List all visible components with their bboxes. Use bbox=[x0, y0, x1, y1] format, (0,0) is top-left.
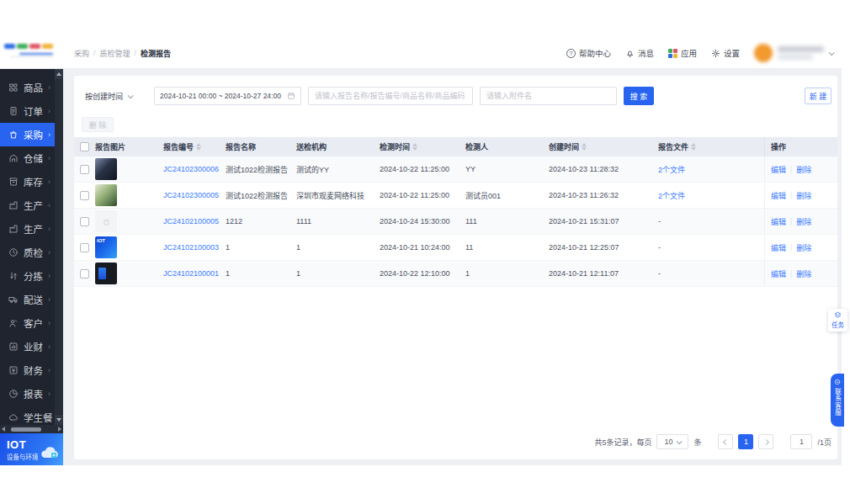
messages-button[interactable]: 消息 bbox=[625, 47, 654, 59]
search-button[interactable]: 搜 索 bbox=[624, 87, 654, 105]
select-all-checkbox[interactable] bbox=[80, 142, 89, 151]
iot-brand-panel[interactable]: IOT 设备与环境 bbox=[0, 433, 63, 465]
customer-service-floating-button[interactable]: 联系客服 bbox=[831, 374, 844, 427]
report-number-link[interactable]: JC24102100005 bbox=[163, 217, 219, 225]
scroll-up-icon[interactable] bbox=[55, 69, 63, 79]
sort-icon[interactable] bbox=[691, 143, 696, 151]
sidebar-item-production-1[interactable]: 生产 bbox=[0, 194, 55, 217]
sidebar-scrollbar[interactable] bbox=[55, 69, 63, 425]
jump-page-input[interactable]: 1 bbox=[790, 434, 812, 449]
sidebar-item-inventory[interactable]: 库存 bbox=[0, 170, 55, 194]
batch-delete-button[interactable]: 删 除 bbox=[82, 117, 114, 132]
report-table: 报告图片 报告编号 报告名称 送检机构 检测时间 检测人 创建时间 报告文件 操… bbox=[74, 137, 837, 287]
device-screen-shape bbox=[98, 268, 106, 279]
truck-icon bbox=[8, 294, 19, 305]
column-created-time[interactable]: 创建时间 bbox=[549, 141, 658, 152]
date-range-input[interactable]: 2024-10-21 00:00 ~ 2024-10-27 24:00 bbox=[154, 87, 301, 105]
layers-icon bbox=[834, 311, 842, 319]
report-image-thumbnail[interactable] bbox=[95, 184, 117, 206]
scroll-left-icon[interactable] bbox=[2, 427, 5, 432]
row-checkbox[interactable] bbox=[80, 217, 89, 226]
sidebar-item-delivery[interactable]: 配送 bbox=[0, 288, 55, 311]
sort-icon[interactable] bbox=[412, 143, 417, 151]
settings-button[interactable]: 设置 bbox=[711, 47, 740, 59]
report-image-thumbnail[interactable] bbox=[95, 158, 117, 180]
scroll-right-icon[interactable] bbox=[58, 427, 61, 432]
report-number-link[interactable]: JC24102300006 bbox=[163, 165, 219, 173]
cloud-device-icon bbox=[40, 446, 61, 461]
delete-link[interactable]: 删除 bbox=[796, 242, 811, 253]
attachment-search-input[interactable] bbox=[480, 87, 617, 105]
sidebar-item-business-finance[interactable]: 业财 bbox=[0, 335, 55, 358]
sidebar-item-label: 仓储 bbox=[24, 151, 43, 165]
row-checkbox[interactable] bbox=[80, 191, 89, 200]
report-files-value: - bbox=[658, 269, 661, 278]
row-checkbox[interactable] bbox=[80, 243, 89, 252]
edit-link[interactable]: 编辑 bbox=[771, 268, 786, 279]
table-row: JC24102100005 1212 1111 2024-10-24 15:30… bbox=[74, 209, 837, 235]
column-actions: 操作 bbox=[764, 137, 837, 157]
question-circle-icon: ? bbox=[566, 49, 576, 58]
sort-icon[interactable] bbox=[582, 143, 587, 151]
sidebar-item-customers[interactable]: 客户 bbox=[0, 311, 55, 335]
edit-link[interactable]: 编辑 bbox=[771, 190, 786, 201]
edit-link[interactable]: 编辑 bbox=[771, 242, 786, 253]
sidebar-item-finance[interactable]: 财务 bbox=[0, 358, 55, 382]
sort-icon[interactable] bbox=[196, 143, 201, 151]
person-icon bbox=[8, 318, 19, 328]
edit-link[interactable]: 编辑 bbox=[771, 216, 786, 227]
sidebar-item-orders[interactable]: 订单 bbox=[0, 99, 55, 123]
thumbnail-text: IOT bbox=[97, 238, 105, 243]
user-account-menu[interactable] bbox=[754, 44, 833, 62]
sidebar-item-reports[interactable]: 报表 bbox=[0, 382, 55, 406]
report-number-link[interactable]: JC24102300005 bbox=[163, 191, 219, 199]
report-name: 1212 bbox=[226, 217, 296, 225]
time-type-dropdown[interactable]: 按创建时间 bbox=[82, 87, 154, 105]
sidebar-item-quality-check[interactable]: 质检 bbox=[0, 241, 55, 264]
next-page-button[interactable] bbox=[758, 434, 773, 449]
page-size-select[interactable]: 10 bbox=[656, 434, 688, 449]
breadcrumb-item[interactable]: 采购 bbox=[74, 48, 89, 59]
breadcrumb-item[interactable]: 质检管理 bbox=[100, 48, 130, 59]
report-files-link[interactable]: 2个文件 bbox=[658, 164, 685, 175]
edit-link[interactable]: 编辑 bbox=[771, 164, 786, 175]
shopping-bag-icon bbox=[8, 130, 19, 140]
report-files-value: - bbox=[658, 243, 661, 252]
scrollbar-thumb[interactable] bbox=[11, 427, 41, 432]
prev-page-button[interactable] bbox=[718, 434, 733, 449]
keyword-search-input[interactable] bbox=[308, 87, 473, 105]
row-checkbox[interactable] bbox=[80, 165, 89, 174]
created-time: 2024-10-21 12:11:07 bbox=[549, 269, 658, 278]
report-files-link[interactable]: 2个文件 bbox=[658, 190, 685, 201]
apps-button[interactable]: 应用 bbox=[668, 47, 697, 59]
report-number-link[interactable]: JC24102100001 bbox=[163, 269, 219, 278]
report-image-thumbnail[interactable] bbox=[95, 263, 117, 284]
cloud-icon bbox=[8, 412, 19, 422]
delete-link[interactable]: 删除 bbox=[796, 268, 811, 279]
report-image-thumbnail[interactable] bbox=[95, 210, 117, 232]
scroll-down-icon[interactable] bbox=[55, 415, 63, 425]
sidebar-item-warehouse[interactable]: 仓储 bbox=[0, 146, 55, 170]
sidebar-item-goods[interactable]: 商品 bbox=[0, 76, 55, 99]
help-center-label: 帮助中心 bbox=[579, 47, 611, 59]
tasks-floating-button[interactable]: 任务 bbox=[828, 309, 847, 332]
create-button[interactable]: 新 建 bbox=[805, 88, 831, 104]
created-time: 2024-10-23 11:28:32 bbox=[549, 165, 658, 173]
sidebar-item-procurement[interactable]: 采购 bbox=[0, 123, 55, 146]
current-page-button[interactable]: 1 bbox=[738, 434, 753, 449]
delete-link[interactable]: 删除 bbox=[796, 216, 811, 227]
column-report-number[interactable]: 报告编号 bbox=[163, 141, 226, 152]
row-checkbox[interactable] bbox=[80, 269, 89, 279]
delete-link[interactable]: 删除 bbox=[796, 164, 811, 175]
report-image-thumbnail[interactable]: IOT bbox=[95, 236, 117, 258]
sidebar-item-production-2[interactable]: 生产 bbox=[0, 217, 55, 241]
sidebar-horizontal-scrollbar[interactable] bbox=[0, 425, 63, 433]
table-row: JC24102300005 测试1022检测报告 深圳市观麦网络科技 2024-… bbox=[74, 183, 837, 209]
column-report-files[interactable]: 报告文件 bbox=[658, 141, 764, 152]
report-number-link[interactable]: JC24102100003 bbox=[163, 243, 219, 252]
delete-link[interactable]: 删除 bbox=[796, 190, 811, 201]
column-report-image: 报告图片 bbox=[95, 141, 163, 152]
column-test-time[interactable]: 检测时间 bbox=[380, 141, 465, 152]
sidebar-item-sorting[interactable]: 分拣 bbox=[0, 264, 55, 288]
help-center-button[interactable]: ? 帮助中心 bbox=[566, 47, 611, 59]
